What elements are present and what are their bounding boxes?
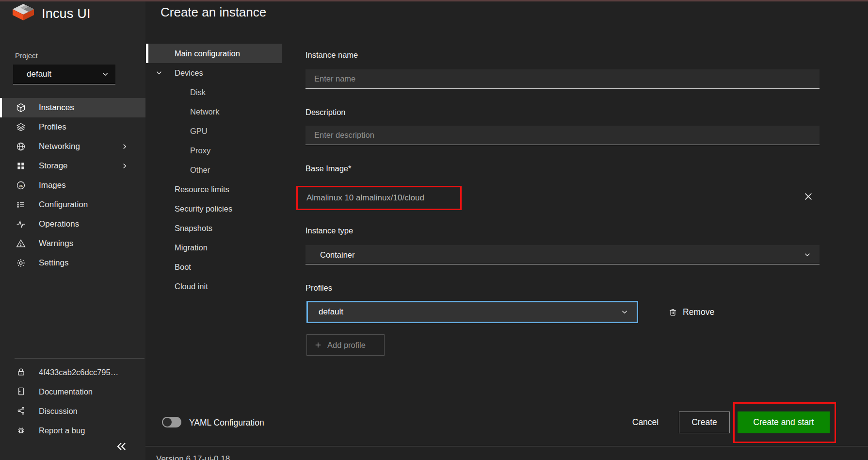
certificate-lock-icon	[16, 367, 26, 377]
add-profile-label: Add profile	[327, 341, 366, 350]
brand[interactable]: Incus UI	[12, 3, 91, 24]
storage-icon	[16, 161, 26, 171]
create-button[interactable]: Create	[679, 411, 730, 433]
profile-select-value: default	[319, 302, 343, 322]
sidebar-collapse-button[interactable]	[114, 440, 131, 456]
yaml-configuration-label: YAML Configuration	[189, 418, 264, 428]
chevron-right-icon	[120, 142, 129, 151]
images-icon: os	[16, 181, 26, 190]
config-nav-snapshots[interactable]: Snapshots	[146, 218, 282, 238]
remove-profile-button[interactable]: Remove	[668, 306, 714, 318]
yaml-configuration-toggle[interactable]	[162, 417, 181, 427]
config-nav-disk[interactable]: Disk	[146, 82, 282, 102]
version-text: Version 6.17-ui-0.18	[156, 454, 230, 460]
sidebar-item-warnings[interactable]: Warnings	[0, 234, 145, 253]
discussion-icon	[16, 406, 26, 415]
sidebar: Incus UI Project default Instances Profi…	[0, 0, 145, 460]
instance-type-value: Container	[320, 245, 355, 264]
sidebar-item-operations[interactable]: Operations	[0, 214, 145, 234]
config-nav-network[interactable]: Network	[146, 102, 282, 121]
sidebar-item-discussion[interactable]: Discussion	[0, 401, 145, 421]
svg-text:os: os	[19, 183, 23, 188]
trash-icon	[668, 308, 677, 317]
chevron-right-icon	[120, 162, 129, 170]
sidebar-item-configuration[interactable]: Configuration	[0, 195, 145, 214]
chevron-down-icon	[101, 70, 110, 79]
sidebar-item-settings[interactable]: Settings	[0, 253, 145, 273]
toggle-knob	[163, 418, 172, 427]
chevron-down-icon	[803, 250, 812, 259]
config-nav-gpu[interactable]: GPU	[146, 121, 282, 141]
description-label: Description	[305, 108, 346, 117]
double-chevron-left-icon	[114, 440, 131, 453]
profile-select[interactable]: default	[306, 301, 638, 323]
window-top-strip	[0, 0, 868, 1]
incus-logo-icon	[12, 3, 35, 24]
base-image-label: Base Image*	[305, 164, 351, 173]
plus-icon	[314, 341, 322, 349]
app-root: Incus UI Project default Instances Profi…	[0, 0, 868, 460]
chevron-down-icon	[155, 68, 163, 77]
base-image-value: Almalinux 10 almalinux/10/cloud	[305, 186, 424, 210]
config-nav-resource-limits[interactable]: Resource limits	[146, 180, 282, 199]
instances-icon	[16, 103, 26, 113]
project-select[interactable]: default	[13, 65, 115, 84]
instance-type-label: Instance type	[305, 226, 353, 235]
cancel-button[interactable]: Cancel	[624, 411, 667, 433]
sidebar-item-profiles[interactable]: Profiles	[0, 117, 145, 137]
description-input[interactable]	[305, 126, 820, 145]
sidebar-item-report-bug[interactable]: Report a bug	[0, 421, 145, 440]
config-nav-migration[interactable]: Migration	[146, 238, 282, 257]
profiles-label: Profiles	[305, 283, 332, 293]
sidebar-footer-divider	[15, 358, 145, 359]
warnings-icon	[16, 239, 26, 248]
sidebar-item-images[interactable]: os Images	[0, 176, 145, 195]
add-profile-button[interactable]: Add profile	[306, 334, 385, 356]
sidebar-item-documentation[interactable]: Documentation	[0, 382, 145, 401]
configuration-icon	[16, 200, 26, 210]
instance-name-input[interactable]	[305, 69, 820, 89]
config-nav-proxy[interactable]: Proxy	[146, 141, 282, 160]
footer-divider	[145, 446, 868, 446]
sidebar-item-instances[interactable]: Instances	[0, 98, 145, 117]
config-nav-boot[interactable]: Boot	[146, 257, 282, 277]
chevron-down-icon	[620, 308, 629, 316]
sidebar-item-storage[interactable]: Storage	[0, 156, 145, 176]
config-nav-main-configuration[interactable]: Main configuration	[146, 44, 282, 63]
project-label: Project	[15, 51, 38, 60]
settings-icon	[16, 258, 26, 268]
networking-icon	[16, 142, 26, 151]
instance-type-select[interactable]: Container	[305, 245, 820, 264]
config-nav-other[interactable]: Other	[146, 160, 282, 180]
sidebar-item-certificate[interactable]: 4f433cab2c6dcc795…	[0, 362, 145, 382]
close-icon[interactable]	[803, 191, 817, 205]
project-select-value: default	[13, 69, 51, 79]
profiles-icon	[16, 122, 26, 132]
operations-icon	[16, 219, 26, 229]
page-title: Create an instance	[161, 5, 266, 20]
config-nav-cloud-init[interactable]: Cloud init	[146, 277, 282, 296]
remove-profile-label: Remove	[683, 307, 714, 317]
bug-icon	[16, 426, 26, 435]
instance-name-label: Instance name	[305, 50, 358, 60]
documentation-icon	[16, 387, 26, 396]
config-nav-devices[interactable]: Devices	[146, 63, 282, 82]
create-and-start-button[interactable]: Create and start	[738, 411, 830, 433]
sidebar-item-networking[interactable]: Networking	[0, 137, 145, 156]
config-nav-security-policies[interactable]: Security policies	[146, 199, 282, 218]
brand-name: Incus UI	[42, 6, 91, 21]
